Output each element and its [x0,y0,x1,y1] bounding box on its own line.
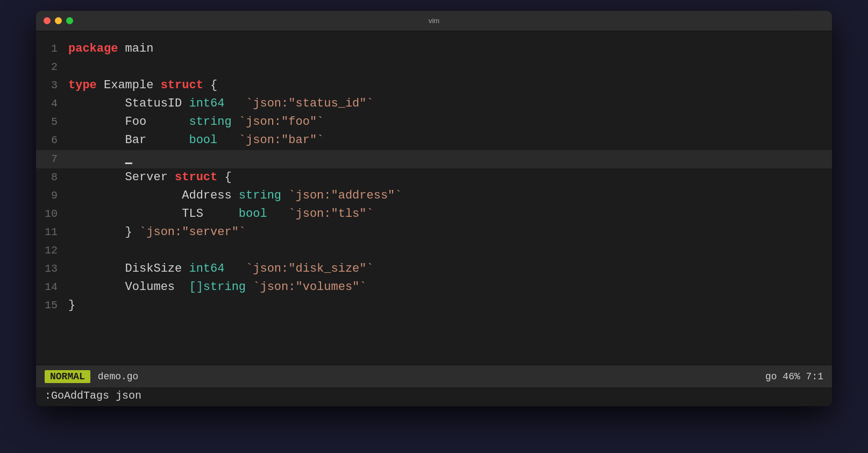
line-number: 7 [36,151,68,167]
code-line-14: 14 Volumes []string `json:"volumes"` [36,278,832,296]
mode-badge: NORMAL [45,370,90,383]
line-content: StatusID int64 `json:"status_id"` [68,95,832,113]
line-content: package main [68,40,832,58]
traffic-lights [44,17,73,24]
window-title: vim [429,17,439,25]
line-content: } [68,296,832,315]
vim-window: vim 1 package main 2 3 type Example stru… [36,11,832,406]
line-number: 2 [36,59,68,75]
line-content [68,58,832,76]
code-line-12: 12 [36,242,832,260]
line-content: } `json:"server"` [68,223,832,242]
line-number: 5 [36,114,68,130]
statusbar: NORMAL demo.go go 46% 7:1 [36,365,832,387]
line-content: Bar bool `json:"bar"` [68,131,832,150]
line-content [68,242,832,260]
code-line-4: 4 StatusID int64 `json:"status_id"` [36,95,832,113]
line-content: type Example struct { [68,76,832,95]
line-content: Server struct { [68,168,832,187]
line-number: 1 [36,40,68,57]
line-number: 9 [36,187,68,204]
titlebar: vim [36,11,832,31]
line-content: _ [68,150,832,168]
line-number: 11 [36,224,68,240]
code-line-13: 13 DiskSize int64 `json:"disk_size"` [36,260,832,278]
line-number: 13 [36,260,68,277]
editor-area[interactable]: 1 package main 2 3 type Example struct {… [36,31,832,365]
status-position: go 46% 7:1 [765,371,823,382]
code-line-3: 3 type Example struct { [36,76,832,95]
line-number: 10 [36,206,68,222]
line-number: 15 [36,297,68,314]
line-number: 3 [36,77,68,94]
line-number: 8 [36,169,68,186]
code-line-6: 6 Bar bool `json:"bar"` [36,131,832,150]
line-content: Volumes []string `json:"volumes"` [68,278,832,296]
maximize-button[interactable] [66,17,73,24]
code-line-1: 1 package main [36,40,832,58]
code-line-9: 9 Address string `json:"address"` [36,187,832,205]
code-block: 1 package main 2 3 type Example struct {… [36,31,832,323]
line-number: 12 [36,242,68,259]
line-content: Address string `json:"address"` [68,187,832,205]
code-line-15: 15 } [36,296,832,315]
line-content: TLS bool `json:"tls"` [68,205,832,223]
cmd-text: :GoAddTags json [45,390,141,402]
close-button[interactable] [44,17,51,24]
line-content: Foo string `json:"foo"` [68,113,832,131]
code-line-8: 8 Server struct { [36,168,832,187]
line-number: 4 [36,95,68,112]
code-line-10: 10 TLS bool `json:"tls"` [36,205,832,223]
line-number: 6 [36,132,68,148]
line-content: DiskSize int64 `json:"disk_size"` [68,260,832,278]
code-line-5: 5 Foo string `json:"foo"` [36,113,832,131]
code-line-11: 11 } `json:"server"` [36,223,832,242]
minimize-button[interactable] [55,17,62,24]
code-line-7: 7 _ [36,150,832,168]
status-filename: demo.go [98,371,139,382]
line-number: 14 [36,279,68,295]
code-line-2: 2 [36,58,832,76]
cmdline: :GoAddTags json [36,387,832,406]
